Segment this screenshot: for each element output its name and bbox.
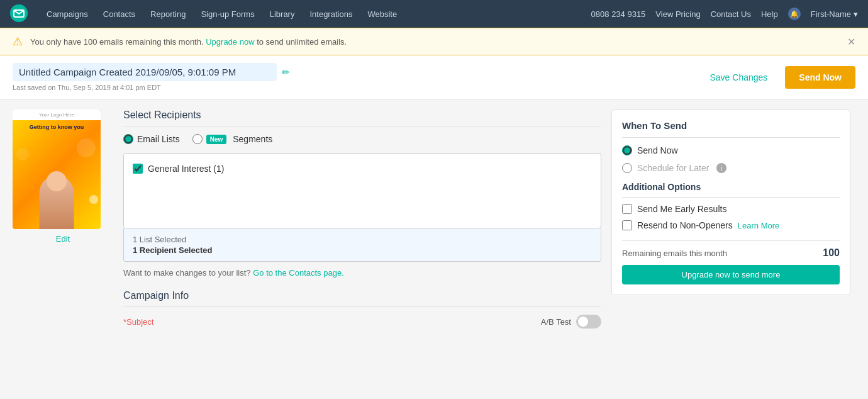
recipient-type-radio-group: Email Lists New Segments xyxy=(123,134,601,144)
header-bar: ✏ Last saved on Thu, Sep 5, 2019 at 4:01… xyxy=(0,55,868,99)
ab-test-row: A/B Test xyxy=(541,315,601,329)
remaining-count: 100 xyxy=(823,247,840,259)
toggle-slider xyxy=(576,315,601,329)
alert-close-button[interactable]: ✕ xyxy=(844,35,858,48)
email-lists-box: General Interest (1) xyxy=(123,153,601,228)
early-results-checkbox[interactable] xyxy=(622,204,632,214)
campaign-preview-image: Your Logo Here Getting to know you xyxy=(13,110,101,229)
user-name: First-Name xyxy=(811,9,851,19)
when-to-send-box: When To Send Send Now Schedule for Later… xyxy=(611,110,850,295)
list-selected-count: 1 List Selected xyxy=(133,235,592,244)
campaign-title-input[interactable] xyxy=(13,63,277,81)
send-now-option-label: Send Now xyxy=(637,145,678,155)
nav-contacts[interactable]: Contacts xyxy=(97,6,142,23)
alert-banner: ⚠ You only have 100 emails remaining thi… xyxy=(0,28,868,55)
remaining-label: Remaining emails this month xyxy=(622,249,727,258)
recipients-panel: Select Recipients Email Lists New Segmen… xyxy=(123,110,601,334)
nav-reporting[interactable]: Reporting xyxy=(144,6,192,23)
send-now-button[interactable]: Send Now xyxy=(785,66,855,89)
subject-row: *Subject A/B Test xyxy=(123,315,601,329)
edit-preview-link[interactable]: Edit xyxy=(13,234,113,244)
general-interest-checkbox[interactable] xyxy=(133,164,143,174)
preview-decorations xyxy=(13,135,101,229)
help-link[interactable]: Help xyxy=(761,9,778,19)
when-to-send-title: When To Send xyxy=(622,120,840,138)
phone-number: 0808 234 9315 xyxy=(591,9,646,19)
segments-label: Segments xyxy=(233,134,272,144)
main-content: Your Logo Here Getting to know you Edit … xyxy=(0,99,868,344)
nav-website[interactable]: Website xyxy=(361,6,403,23)
recipients-section-title: Select Recipients xyxy=(123,110,601,126)
send-now-radio[interactable] xyxy=(622,145,632,155)
early-results-label: Send Me Early Results xyxy=(637,204,726,214)
email-lists-label: Email Lists xyxy=(137,134,180,144)
schedule-later-option[interactable]: Schedule for Later i xyxy=(622,163,840,173)
nav-signup-forms[interactable]: Sign-up Forms xyxy=(194,6,260,23)
header-right: Save Changes Send Now xyxy=(699,66,855,89)
preview-banner-text: Getting to know you xyxy=(13,120,101,135)
navigation: Campaigns Contacts Reporting Sign-up For… xyxy=(0,0,868,28)
header-left: ✏ Last saved on Thu, Sep 5, 2019 at 4:01… xyxy=(13,63,290,91)
info-icon: i xyxy=(716,163,726,173)
warning-icon: ⚠ xyxy=(13,35,23,48)
list-item[interactable]: General Interest (1) xyxy=(130,160,594,177)
subject-label: *Subject xyxy=(123,317,153,327)
recipient-selected-count: 1 Recipient Selected xyxy=(133,245,592,255)
notification-bell[interactable]: 🔔 xyxy=(788,8,801,20)
logo[interactable] xyxy=(10,4,28,24)
nav-integrations[interactable]: Integrations xyxy=(303,6,359,23)
view-pricing-link[interactable]: View Pricing xyxy=(655,9,700,19)
email-lists-option[interactable]: Email Lists xyxy=(123,134,180,144)
campaign-info-title: Campaign Info xyxy=(123,290,601,307)
chevron-down-icon: ▾ xyxy=(854,9,858,19)
user-menu[interactable]: First-Name ▾ xyxy=(811,9,858,19)
additional-options-title: Additional Options xyxy=(622,182,840,198)
nav-library[interactable]: Library xyxy=(264,6,301,23)
learn-more-link[interactable]: Learn More xyxy=(738,221,779,230)
right-panel: When To Send Send Now Schedule for Later… xyxy=(611,110,850,334)
save-changes-button[interactable]: Save Changes xyxy=(699,67,777,87)
contact-us-link[interactable]: Contact Us xyxy=(711,9,751,19)
schedule-later-radio[interactable] xyxy=(622,163,632,173)
send-now-option[interactable]: Send Now xyxy=(622,145,840,155)
selection-summary: 1 List Selected 1 Recipient Selected xyxy=(123,228,601,262)
ab-test-toggle[interactable] xyxy=(576,315,601,329)
edit-pencil-icon[interactable]: ✏ xyxy=(282,67,290,78)
segments-radio[interactable] xyxy=(192,134,203,144)
ab-test-label: A/B Test xyxy=(541,317,571,327)
last-saved-text: Last saved on Thu, Sep 5, 2019 at 4:01 p… xyxy=(13,84,290,91)
campaign-info-section: Campaign Info *Subject A/B Test xyxy=(123,290,601,329)
campaign-title-row: ✏ xyxy=(13,63,290,81)
preview-logo-bar: Your Logo Here xyxy=(13,110,101,120)
resend-label: Resend to Non-Openers xyxy=(637,220,733,230)
early-results-option[interactable]: Send Me Early Results xyxy=(622,204,840,214)
new-badge: New xyxy=(206,135,227,144)
nav-right: 0808 234 9315 View Pricing Contact Us He… xyxy=(591,8,858,20)
resend-checkbox[interactable] xyxy=(622,220,632,230)
list-item-label: General Interest (1) xyxy=(148,164,224,174)
upgrade-link[interactable]: Upgrade now xyxy=(206,37,254,47)
resend-non-openers-option[interactable]: Resend to Non-Openers Learn More xyxy=(622,220,840,230)
preview-panel: Your Logo Here Getting to know you Edit xyxy=(13,110,113,334)
content-wrapper: Your Logo Here Getting to know you Edit … xyxy=(0,99,868,395)
contacts-page-link[interactable]: Go to the Contacts page. xyxy=(253,268,344,278)
upgrade-send-more-button[interactable]: Upgrade now to send more xyxy=(622,265,840,284)
segments-option[interactable]: New Segments xyxy=(192,134,273,144)
remaining-row: Remaining emails this month 100 xyxy=(622,240,840,259)
nav-links: Campaigns Contacts Reporting Sign-up For… xyxy=(40,6,591,23)
email-lists-radio[interactable] xyxy=(123,134,133,144)
contacts-link-text: Want to make changes to your list? Go to… xyxy=(123,268,601,278)
alert-text: You only have 100 emails remaining this … xyxy=(30,37,855,47)
nav-campaigns[interactable]: Campaigns xyxy=(40,6,94,23)
schedule-later-label: Schedule for Later xyxy=(637,163,709,173)
